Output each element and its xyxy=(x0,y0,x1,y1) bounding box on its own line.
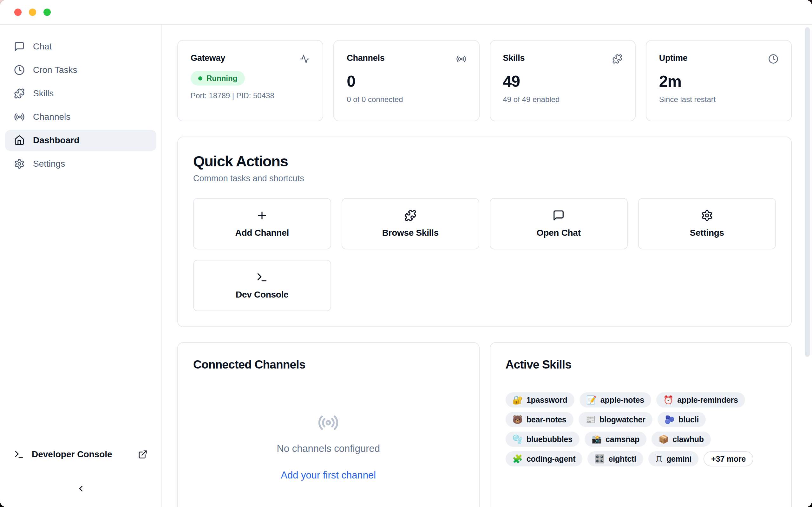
activity-icon xyxy=(300,54,310,64)
stat-card-title: Skills xyxy=(503,53,525,63)
plus-icon xyxy=(256,210,268,222)
sidebar-item-label: Cron Tasks xyxy=(33,65,78,75)
skill-name: apple-reminders xyxy=(677,395,738,405)
quick-action-label: Open Chat xyxy=(537,228,581,238)
radio-icon xyxy=(317,412,339,434)
terminal-icon xyxy=(256,271,268,283)
skill-emoji: 📦 xyxy=(658,435,669,444)
sidebar-item-channels[interactable]: Channels xyxy=(5,107,156,127)
quick-actions-card: Quick Actions Common tasks and shortcuts… xyxy=(177,136,792,327)
quick-action-label: Browse Skills xyxy=(382,228,439,238)
chat-icon xyxy=(14,41,25,52)
chat-icon xyxy=(553,210,565,222)
collapse-sidebar-button[interactable] xyxy=(71,479,90,498)
browse-skills-button[interactable]: Browse Skills xyxy=(342,198,479,249)
sidebar-item-settings[interactable]: Settings xyxy=(5,153,156,174)
stat-card-gateway: Gateway RunningPort: 18789 | PID: 50438 xyxy=(177,40,323,121)
app-window: Chat Cron Tasks Skills Channels Dashboar… xyxy=(0,0,812,507)
quick-action-label: Settings xyxy=(690,228,724,238)
external-link-icon[interactable] xyxy=(138,450,148,459)
stat-card-title: Channels xyxy=(347,53,385,63)
puzzle-icon xyxy=(612,54,622,64)
stat-detail: Since last restart xyxy=(659,95,778,104)
stat-detail: 0 of 0 connected xyxy=(347,95,466,104)
sidebar-item-label: Settings xyxy=(33,159,65,169)
skill-chip-bear-notes: 🐻 bear-notes xyxy=(506,412,573,427)
home-icon xyxy=(14,135,25,146)
terminal-icon xyxy=(14,449,24,459)
skill-name: coding-agent xyxy=(526,454,576,464)
channels-empty-state: No channels configured Add your first ch… xyxy=(193,372,464,481)
add-first-channel-link[interactable]: Add your first channel xyxy=(281,469,376,481)
skill-name: bear-notes xyxy=(526,415,566,424)
vertical-scrollbar[interactable] xyxy=(805,27,810,357)
developer-console-label: Developer Console xyxy=(32,449,112,459)
zoom-window-button[interactable] xyxy=(44,9,51,16)
skill-emoji: 📝 xyxy=(587,395,597,405)
quick-actions-grid: Add Channel Browse Skills Open Chat Sett… xyxy=(193,198,776,311)
status-dot xyxy=(198,76,202,80)
puzzle-icon xyxy=(404,210,416,222)
stat-cards-row: Gateway RunningPort: 18789 | PID: 50438 … xyxy=(177,40,792,121)
clock-icon xyxy=(14,65,25,75)
chevron-left-icon xyxy=(76,484,86,493)
skill-chip-blucli: 🫐 blucli xyxy=(658,412,706,427)
home-icon xyxy=(14,135,25,146)
stat-detail: Port: 18789 | PID: 50438 xyxy=(191,91,310,100)
stat-value: 49 xyxy=(503,72,622,91)
stat-value: 0 xyxy=(347,72,466,91)
sidebar-item-cron-tasks[interactable]: Cron Tasks xyxy=(5,60,156,80)
skill-chip-apple-notes: 📝 apple-notes xyxy=(579,392,651,407)
close-window-button[interactable] xyxy=(14,9,21,16)
settings-button[interactable]: Settings xyxy=(638,198,776,249)
skill-emoji: 🔐 xyxy=(513,395,523,405)
terminal-icon xyxy=(256,271,268,283)
dev-console-button[interactable]: Dev Console xyxy=(193,260,331,311)
sidebar-item-chat[interactable]: Chat xyxy=(5,36,156,57)
chat-icon xyxy=(14,41,25,52)
stat-detail: 49 of 49 enabled xyxy=(503,95,622,104)
skill-name: blogwatcher xyxy=(600,415,646,424)
sidebar-item-dashboard[interactable]: Dashboard xyxy=(5,130,156,151)
skill-emoji: 🫧 xyxy=(513,435,523,444)
terminal-icon xyxy=(14,449,24,459)
quick-actions-subtitle: Common tasks and shortcuts xyxy=(193,174,776,183)
sidebar-item-skills[interactable]: Skills xyxy=(5,83,156,104)
skill-name: gemini xyxy=(666,454,692,464)
radio-icon xyxy=(14,112,25,122)
sidebar: Chat Cron Tasks Skills Channels Dashboar… xyxy=(0,25,162,507)
open-chat-button[interactable]: Open Chat xyxy=(490,198,628,249)
more-skills-button[interactable]: +37 more xyxy=(704,451,753,466)
stat-card-title: Uptime xyxy=(659,53,688,63)
skill-chip-gemini: ♊ gemini xyxy=(648,451,699,466)
radio-icon xyxy=(456,54,466,64)
skill-emoji: 📰 xyxy=(586,415,596,425)
titlebar xyxy=(0,0,812,25)
skill-chip-apple-reminders: ⏰ apple-reminders xyxy=(656,392,745,407)
puzzle-icon xyxy=(14,88,25,99)
skill-chip-eightctl: 🎛️ eightctl xyxy=(588,451,643,466)
clock-icon xyxy=(14,65,25,75)
skill-name: eightctl xyxy=(609,454,636,464)
active-skills-title: Active Skills xyxy=(506,358,776,372)
skill-name: bluebubbles xyxy=(526,435,572,444)
puzzle-icon xyxy=(612,54,622,64)
minimize-window-button[interactable] xyxy=(29,9,36,16)
external-link-icon xyxy=(138,450,148,459)
sidebar-item-label: Chat xyxy=(33,42,52,52)
gear-icon xyxy=(14,158,25,169)
skill-emoji: 📸 xyxy=(592,435,602,444)
developer-console-row[interactable]: Developer Console xyxy=(5,445,156,464)
gear-icon xyxy=(701,210,713,222)
quick-actions-title: Quick Actions xyxy=(193,153,776,170)
add-channel-button[interactable]: Add Channel xyxy=(193,198,331,249)
chevron-left-icon xyxy=(76,484,86,493)
status-badge: Running xyxy=(191,71,245,86)
quick-action-label: Dev Console xyxy=(236,290,288,300)
skill-chip-1password: 🔐 1password xyxy=(506,392,574,407)
skill-emoji: 🎛️ xyxy=(595,454,605,464)
connected-channels-card: Connected Channels No channels configure… xyxy=(177,342,479,507)
connected-channels-title: Connected Channels xyxy=(193,358,464,372)
skill-chip-clawhub: 📦 clawhub xyxy=(652,432,711,447)
gear-icon xyxy=(701,210,713,222)
